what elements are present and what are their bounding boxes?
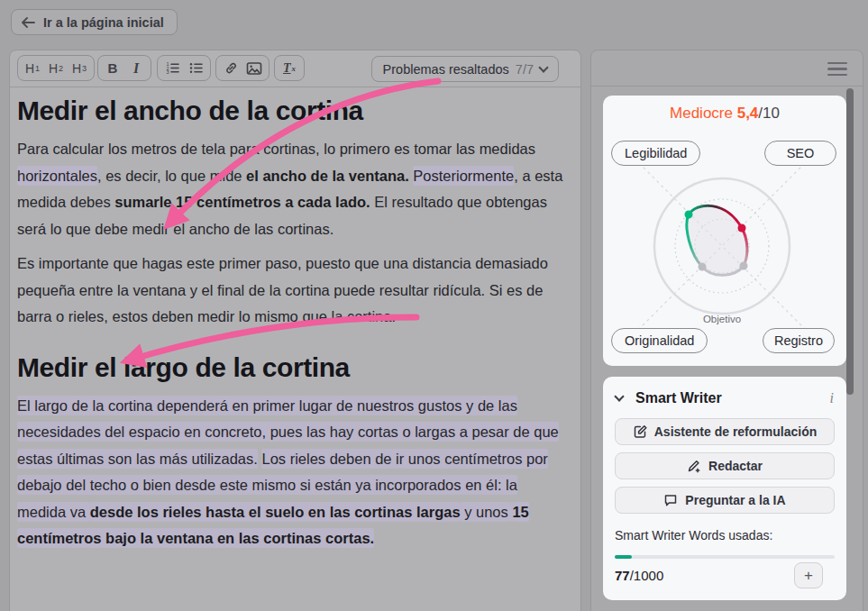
highlighted-issues-dropdown[interactable]: Problemas resaltados 7/7 <box>371 56 559 82</box>
doc-heading-1: Medir el ancho de la cortina <box>17 94 563 128</box>
info-icon[interactable]: i <box>830 390 834 406</box>
seo-pill-button[interactable]: SEO <box>764 141 836 166</box>
h3-sub: 3 <box>82 64 87 73</box>
clear-formatting-label: T <box>283 61 291 76</box>
text-segment: Es importante que hagas este primer paso… <box>17 255 548 324</box>
text-segment: , es decir, lo que mide <box>97 168 246 184</box>
chevron-down-icon <box>538 62 548 72</box>
h1-sub: 1 <box>35 64 40 73</box>
ask-ai-button[interactable]: Preguntar a la IA <box>615 487 835 514</box>
gauge-target-label: Objetivo <box>703 314 741 324</box>
text-segment: desde los rieles hasta el suelo en las c… <box>90 502 461 522</box>
assistant-side-panel: Mediocre 5,4/10 <box>590 50 863 611</box>
seo-point <box>738 224 746 233</box>
originality-pill-button[interactable]: Originalidad <box>611 328 708 353</box>
chat-bubble-icon <box>663 493 678 507</box>
h2-label: H <box>49 61 58 76</box>
text-segment: Para calcular los metros de tela para co… <box>17 141 535 157</box>
add-words-button[interactable]: + <box>794 562 823 588</box>
svg-text:3: 3 <box>166 69 169 75</box>
tone-point <box>740 262 748 270</box>
side-panel-header <box>591 50 863 87</box>
text-segment: el ancho de la ventana. <box>246 168 409 184</box>
ordered-list-icon: 1 2 3 <box>165 60 180 76</box>
format-buttons-group: B I <box>97 55 151 81</box>
doc-paragraph-3: El largo de la cortina dependerá en prim… <box>17 393 563 552</box>
h3-button[interactable]: H3 <box>69 58 90 78</box>
text-segment: Posteriormente <box>413 166 514 186</box>
compose-label: Redactar <box>708 459 763 473</box>
originality-point <box>699 263 707 271</box>
image-icon <box>246 61 262 76</box>
words-usage-label: Smart Writer Words usadas: <box>615 528 772 543</box>
words-used: 77 <box>615 568 630 583</box>
words-progress-bar <box>615 555 835 559</box>
legibility-point <box>685 211 693 219</box>
gauge-score-blob <box>685 205 748 275</box>
bullet-list-button[interactable] <box>185 58 206 78</box>
h3-label: H <box>72 61 81 76</box>
issues-dropdown-label: Problemas resaltados <box>383 62 509 77</box>
insert-buttons-group <box>215 55 270 81</box>
doc-paragraph-1: Para calcular los metros de tela para co… <box>17 136 563 242</box>
text-segment: sumarle 15 centímetros a cada lado. <box>114 194 370 210</box>
issues-count: 7/7 <box>516 62 534 77</box>
smart-writer-card: Smart Writer i Asistente de reformulació… <box>603 377 846 600</box>
image-button[interactable] <box>243 58 265 78</box>
readability-pill-button[interactable]: Legibilidad <box>611 141 700 166</box>
words-count: 77/1000 <box>615 568 663 583</box>
score-card: Mediocre 5,4/10 <box>603 96 846 366</box>
h2-sub: 2 <box>59 64 63 73</box>
list-buttons-group: 1 2 3 <box>157 55 211 81</box>
editor-toolbar: H1 H2 H3 B I 1 2 3 <box>10 50 580 87</box>
clear-formatting-sub: x <box>292 64 297 73</box>
back-to-home-button[interactable]: Ir a la página inicial <box>11 9 178 35</box>
panel-scrollbar[interactable] <box>846 88 854 395</box>
h1-button[interactable]: H1 <box>22 58 43 78</box>
collapse-chevron-icon[interactable] <box>614 391 624 401</box>
clear-formatting-button[interactable]: Tx <box>279 58 300 78</box>
editor-panel: H1 H2 H3 B I 1 2 3 <box>9 50 581 611</box>
menu-icon[interactable] <box>827 62 847 76</box>
back-arrow-icon <box>22 17 35 28</box>
rephrase-assistant-label: Asistente de reformulación <box>654 424 818 439</box>
editor-document[interactable]: Medir el ancho de la cortina Para calcul… <box>17 88 563 552</box>
edit-box-icon <box>633 424 647 439</box>
text-segment: y unos <box>461 502 513 522</box>
words-progress-fill <box>615 555 632 559</box>
doc-paragraph-2: Es importante que hagas este primer paso… <box>17 251 563 331</box>
words-limit: /1000 <box>630 568 664 583</box>
clear-format-group: Tx <box>274 55 305 81</box>
doc-heading-2: Medir el largo de la cortina <box>17 351 563 385</box>
pen-plus-icon <box>687 459 701 473</box>
score-gauge-chart: Objetivo <box>603 96 846 366</box>
h1-label: H <box>25 61 34 76</box>
back-button-label: Ir a la página inicial <box>43 15 164 30</box>
compose-button[interactable]: Redactar <box>615 452 835 479</box>
app-root: { "header": { "back_label": "Ir a la pág… <box>0 0 868 611</box>
bold-button[interactable]: B <box>102 58 123 78</box>
heading-buttons-group: H1 H2 H3 <box>17 55 95 81</box>
rephrase-assistant-button[interactable]: Asistente de reformulación <box>615 418 835 445</box>
link-button[interactable] <box>220 58 242 78</box>
ordered-list-button[interactable]: 1 2 3 <box>161 58 183 78</box>
tone-pill-button[interactable]: Registro <box>763 328 835 353</box>
text-segment: horizontales <box>17 166 97 186</box>
ask-ai-label: Preguntar a la IA <box>685 493 785 507</box>
smart-writer-header: Smart Writer i <box>616 388 834 409</box>
link-icon <box>224 60 239 76</box>
bullet-list-icon <box>188 60 204 76</box>
italic-button[interactable]: I <box>125 58 147 78</box>
smart-writer-title: Smart Writer <box>635 390 722 406</box>
h2-button[interactable]: H2 <box>45 58 67 78</box>
